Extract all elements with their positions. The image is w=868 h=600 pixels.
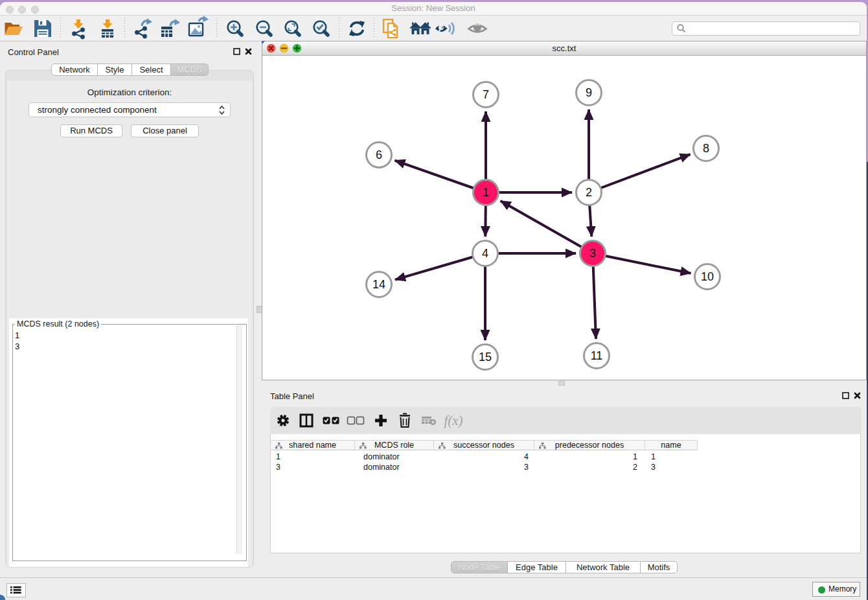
svg-text:2: 2 [586,186,592,199]
svg-text:4: 4 [482,247,488,260]
svg-text:14: 14 [372,278,385,291]
svg-text:11: 11 [591,349,603,362]
svg-text:10: 10 [701,270,714,283]
svg-text:8: 8 [703,142,709,155]
svg-text:7: 7 [483,88,489,101]
svg-text:f(x): f(x) [444,413,463,428]
svg-text:3: 3 [589,247,596,260]
svg-text:15: 15 [479,351,492,363]
svg-text:6: 6 [376,148,382,161]
svg-text:9: 9 [586,86,592,99]
svg-text:1: 1 [483,186,489,199]
